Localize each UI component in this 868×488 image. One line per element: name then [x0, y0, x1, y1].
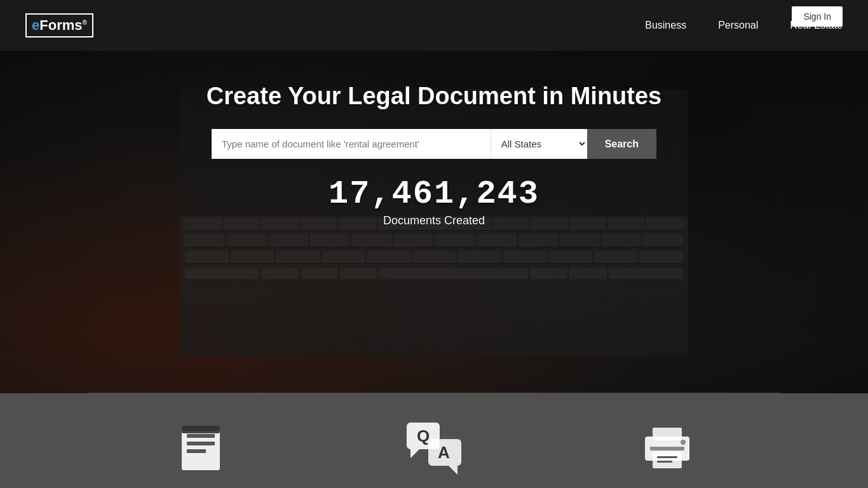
- logo[interactable]: eForms®: [25, 13, 93, 37]
- print-icon: [639, 419, 696, 477]
- steps-section: Select Your Form Q A Answer Simple Quest…: [0, 393, 868, 488]
- logo-e: e: [32, 17, 39, 33]
- svg-rect-3: [187, 449, 206, 453]
- counter-label: Documents Created: [329, 214, 539, 227]
- svg-rect-5: [182, 426, 220, 431]
- svg-text:A: A: [438, 443, 450, 462]
- svg-rect-2: [187, 442, 215, 445]
- logo-box: eForms®: [25, 13, 93, 37]
- steps-container: Select Your Form Q A Answer Simple Quest…: [85, 407, 783, 488]
- hero-section: Create Your Legal Document in Minutes Al…: [0, 51, 868, 394]
- step-select-form: Select Your Form: [85, 407, 318, 488]
- header: eForms® Business Personal Real Estate Si…: [0, 0, 868, 51]
- svg-rect-16: [657, 461, 672, 463]
- logo-reg: ®: [83, 19, 87, 26]
- qa-icon: Q A: [405, 419, 463, 477]
- document-search-input[interactable]: [212, 129, 491, 159]
- svg-rect-13: [653, 428, 682, 440]
- form-icon: [172, 419, 229, 477]
- nav-business[interactable]: Business: [645, 20, 686, 31]
- hero-content: Create Your Legal Document in Minutes Al…: [0, 51, 868, 227]
- signin-button[interactable]: Sign In: [792, 6, 843, 27]
- logo-forms: Forms: [39, 17, 82, 33]
- svg-rect-15: [657, 456, 677, 458]
- step-print-sign: Print and Sign: [550, 407, 783, 488]
- svg-rect-14: [653, 452, 682, 468]
- svg-marker-7: [410, 449, 419, 458]
- state-select[interactable]: All StatesAlabamaAlaskaArizonaArkansasCa…: [491, 129, 587, 159]
- svg-text:Q: Q: [417, 426, 430, 445]
- counter-section: 17,461,243 Documents Created: [329, 178, 539, 227]
- search-button[interactable]: Search: [587, 129, 656, 159]
- counter-number: 17,461,243: [329, 178, 539, 211]
- svg-point-18: [681, 440, 686, 445]
- svg-rect-17: [650, 447, 684, 451]
- step-answer-questions: Q A Answer Simple Questions: [318, 407, 551, 488]
- search-bar: All StatesAlabamaAlaskaArizonaArkansasCa…: [212, 129, 656, 159]
- hero-title: Create Your Legal Document in Minutes: [207, 83, 662, 110]
- svg-marker-10: [449, 466, 458, 475]
- nav-personal[interactable]: Personal: [718, 20, 758, 31]
- svg-rect-1: [187, 434, 215, 438]
